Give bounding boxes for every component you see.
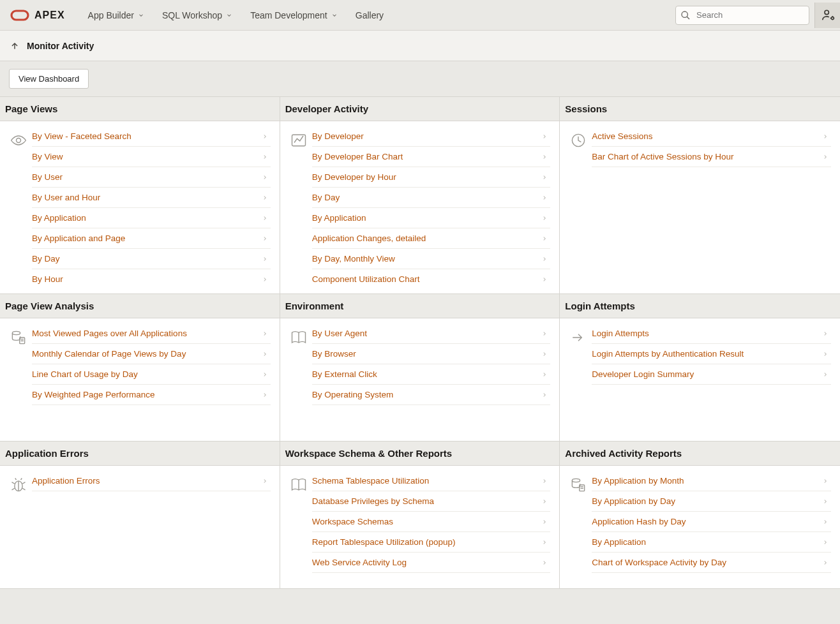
link-item[interactable]: By Application by Day [592, 491, 831, 512]
chevron-right-icon [541, 351, 548, 357]
link-item[interactable]: Workspace Schemas [312, 512, 551, 532]
link-list: Login AttemptsLogin Attempts by Authenti… [592, 327, 835, 432]
link-text: Database Privileges by Schema [312, 496, 434, 506]
link-text: By View - Faceted Search [32, 131, 131, 141]
chevron-down-icon [331, 12, 338, 19]
svg-rect-0 [11, 11, 28, 20]
link-text: By User [32, 172, 63, 182]
link-item[interactable]: By View [32, 147, 271, 167]
link-item[interactable]: By Application [592, 532, 831, 553]
panel-title: Page View Analysis [5, 301, 274, 311]
panel-page-view-analysis: Page View AnalysisMost Viewed Pages over… [0, 294, 280, 442]
chevron-right-icon [541, 539, 548, 546]
link-text: By Day [32, 254, 60, 264]
nav-item-sql-workshop[interactable]: SQL Workshop [154, 6, 240, 24]
link-item[interactable]: By View - Faceted Search [32, 130, 271, 147]
link-item[interactable]: By Browser [312, 344, 551, 364]
oracle-logo-icon [10, 10, 29, 21]
logo[interactable]: APEX [10, 10, 65, 21]
nav-item-label: App Builder [88, 10, 134, 20]
link-item[interactable]: Component Utilization Chart [312, 269, 551, 285]
link-text: Line Chart of Usage by Day [32, 369, 138, 379]
link-item[interactable]: By User [32, 167, 271, 188]
chevron-right-icon [822, 560, 829, 566]
panel-developer-activity: Developer ActivityBy DeveloperBy Develop… [280, 97, 560, 294]
link-item[interactable]: By Application by Month [592, 475, 831, 491]
link-item[interactable]: By Application and Page [32, 228, 271, 249]
chevron-right-icon [262, 331, 268, 337]
link-text: By Application by Day [592, 496, 675, 506]
link-item[interactable]: Bar Chart of Active Sessions by Hour [592, 147, 831, 167]
nav-item-gallery[interactable]: Gallery [348, 6, 391, 24]
link-text: By Weighted Page Performance [32, 390, 155, 399]
panel-title: Environment [285, 301, 555, 311]
link-item[interactable]: By External Click [312, 364, 551, 385]
link-item[interactable]: By Operating System [312, 385, 551, 405]
user-admin-button[interactable] [814, 3, 840, 28]
link-text: By Operating System [312, 390, 394, 399]
link-item[interactable]: Active Sessions [592, 130, 831, 147]
link-list: By Application by MonthBy Application by… [592, 475, 835, 579]
link-item[interactable]: Application Hash by Day [592, 512, 831, 532]
link-item[interactable]: By User and Hour [32, 188, 271, 208]
panel-workspace-schema-other-reports: Workspace Schema & Other ReportsSchema T… [280, 442, 560, 589]
link-text: Developer Login Summary [592, 369, 694, 379]
link-item[interactable]: Login Attempts [592, 327, 831, 344]
link-item[interactable]: By Day [312, 188, 551, 208]
link-item[interactable]: Line Chart of Usage by Day [32, 364, 271, 385]
link-item[interactable]: Web Service Activity Log [312, 553, 551, 573]
link-text: By Application and Page [32, 234, 125, 243]
link-item[interactable]: Most Viewed Pages over All Applications [32, 327, 271, 344]
link-item[interactable]: By Application [32, 208, 271, 228]
link-item[interactable]: Schema Tablespace Utilization [312, 475, 551, 491]
link-item[interactable]: By Developer by Hour [312, 167, 551, 188]
chevron-right-icon [822, 331, 829, 337]
link-item[interactable]: By Developer Bar Chart [312, 147, 551, 167]
db-doc-icon [5, 327, 32, 432]
breadcrumb-up-icon[interactable] [10, 41, 19, 50]
link-item[interactable]: By Developer [312, 130, 551, 147]
logo-text: APEX [34, 10, 65, 21]
link-text: Application Changes, detailed [312, 234, 426, 243]
nav-item-app-builder[interactable]: App Builder [80, 6, 152, 24]
link-text: Report Tablespace Utilization (popup) [312, 537, 456, 547]
panel-title: Sessions [565, 103, 835, 114]
chevron-right-icon [541, 256, 548, 262]
chevron-right-icon [541, 478, 548, 484]
chevron-right-icon [541, 560, 548, 566]
svg-point-7 [12, 331, 20, 334]
link-item[interactable]: By Hour [32, 269, 271, 285]
panel-login-attempts: Login AttemptsLogin AttemptsLogin Attemp… [560, 294, 840, 442]
chevron-right-icon [822, 498, 829, 505]
link-item[interactable]: By Day, Monthly View [312, 249, 551, 269]
link-item[interactable]: Developer Login Summary [592, 364, 831, 385]
svg-point-1 [682, 11, 687, 17]
link-text: Monthly Calendar of Page Views by Day [32, 349, 186, 359]
nav-item-team-development[interactable]: Team Development [243, 6, 345, 24]
link-item[interactable]: Login Attempts by Authentication Result [592, 344, 831, 364]
panel-body: Schema Tablespace UtilizationDatabase Pr… [280, 466, 560, 588]
chevron-right-icon [541, 235, 548, 242]
chevron-right-icon [262, 195, 268, 201]
link-item[interactable]: Database Privileges by Schema [312, 491, 551, 512]
link-item[interactable]: By Weighted Page Performance [32, 385, 271, 405]
link-item[interactable]: Application Changes, detailed [312, 228, 551, 249]
link-item[interactable]: Monthly Calendar of Page Views by Day [32, 344, 271, 364]
chevron-right-icon [541, 498, 548, 505]
search-input[interactable] [675, 6, 809, 25]
view-dashboard-button[interactable]: View Dashboard [9, 69, 89, 89]
page-title: Monitor Activity [27, 41, 94, 51]
link-item[interactable]: By User Agent [312, 327, 551, 344]
link-item[interactable]: Report Tablespace Utilization (popup) [312, 532, 551, 553]
link-item[interactable]: Application Errors [32, 475, 271, 491]
link-text: Most Viewed Pages over All Applications [32, 329, 187, 338]
chevron-right-icon [541, 133, 548, 140]
chevron-right-icon [822, 539, 829, 546]
panel-header: Page View Analysis [0, 294, 280, 318]
link-item[interactable]: By Day [32, 249, 271, 269]
link-text: By View [32, 152, 63, 161]
chevron-right-icon [541, 215, 548, 221]
link-item[interactable]: Chart of Workspace Activity by Day [592, 553, 831, 573]
link-item[interactable]: By Application [312, 208, 551, 228]
link-item[interactable]: Archive Of Purged Task Files [312, 573, 551, 579]
